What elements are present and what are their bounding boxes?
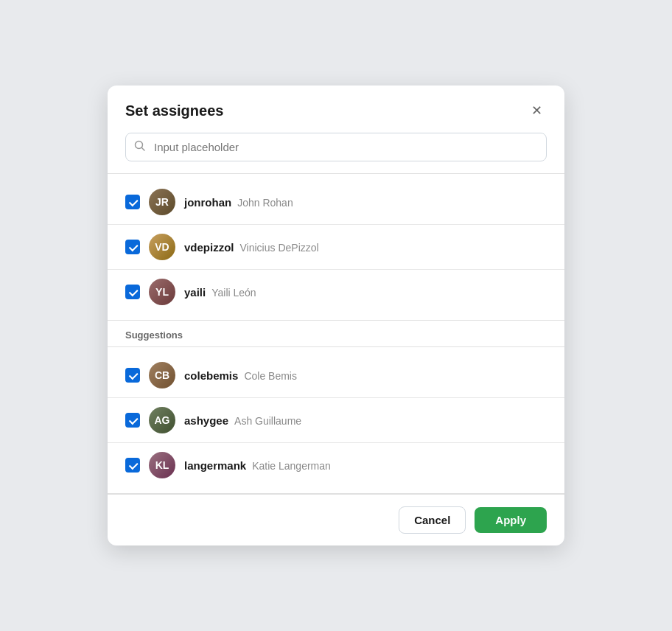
user-item[interactable]: AGashygeeAsh Guillaume xyxy=(108,398,564,443)
user-checkbox[interactable] xyxy=(125,413,140,428)
selected-users-list: JRjonrohanJohn RohanVDvdepizzolVinicius … xyxy=(108,174,564,320)
suggestions-header: Suggestions xyxy=(108,321,564,346)
modal-footer: Cancel Apply xyxy=(108,494,564,545)
full-name: Cole Bemis xyxy=(244,370,297,382)
close-button[interactable]: ✕ xyxy=(526,100,547,121)
svg-line-1 xyxy=(142,147,145,150)
user-info: colebemisCole Bemis xyxy=(184,369,547,382)
user-checkbox[interactable] xyxy=(125,240,140,254)
user-checkbox[interactable] xyxy=(125,285,140,299)
search-icon xyxy=(134,140,146,155)
user-info: ashygeeAsh Guillaume xyxy=(184,414,547,427)
username: langermank xyxy=(184,459,246,472)
full-name: Vinicius DePizzol xyxy=(240,242,319,254)
user-info: yailiYaili León xyxy=(184,286,547,299)
apply-button[interactable]: Apply xyxy=(475,507,547,533)
username: jonrohan xyxy=(184,196,231,209)
user-checkbox[interactable] xyxy=(125,195,140,209)
close-icon: ✕ xyxy=(531,102,542,119)
modal-title: Set assignees xyxy=(125,102,223,119)
modal-overlay: Set assignees ✕ JRjonrohanJohn RohanVDvd… xyxy=(0,0,672,631)
username: colebemis xyxy=(184,369,238,382)
search-input-wrapper xyxy=(125,133,547,161)
user-item[interactable]: VDvdepizzolVinicius DePizzol xyxy=(108,225,564,270)
user-item[interactable]: YLyailiYaili León xyxy=(108,270,564,314)
user-item[interactable]: JRjonrohanJohn Rohan xyxy=(108,180,564,225)
avatar: JR xyxy=(149,189,175,215)
username: vdepizzol xyxy=(184,241,234,254)
username: yaili xyxy=(184,286,206,299)
avatar: AG xyxy=(149,407,175,433)
assignees-modal: Set assignees ✕ JRjonrohanJohn RohanVDvd… xyxy=(108,86,564,545)
full-name: John Rohan xyxy=(237,197,293,209)
user-info: langermankKatie Langerman xyxy=(184,459,547,472)
search-input[interactable] xyxy=(125,133,547,161)
user-info: jonrohanJohn Rohan xyxy=(184,196,547,209)
avatar: CB xyxy=(149,362,175,388)
full-name: Ash Guillaume xyxy=(234,415,301,427)
user-item[interactable]: CBcolebemisCole Bemis xyxy=(108,353,564,398)
user-item[interactable]: KLlangermankKatie Langerman xyxy=(108,443,564,487)
avatar: KL xyxy=(149,452,175,478)
suggestions-list: CBcolebemisCole BemisAGashygeeAsh Guilla… xyxy=(108,347,564,493)
modal-header: Set assignees ✕ xyxy=(108,86,564,133)
avatar: YL xyxy=(149,279,175,305)
full-name: Yaili León xyxy=(211,287,256,299)
cancel-button[interactable]: Cancel xyxy=(399,506,466,534)
user-info: vdepizzolVinicius DePizzol xyxy=(184,241,547,254)
user-checkbox[interactable] xyxy=(125,368,140,383)
username: ashygee xyxy=(184,414,228,427)
search-container xyxy=(108,133,564,173)
user-checkbox[interactable] xyxy=(125,458,140,473)
avatar: VD xyxy=(149,234,175,260)
full-name: Katie Langerman xyxy=(252,460,331,472)
